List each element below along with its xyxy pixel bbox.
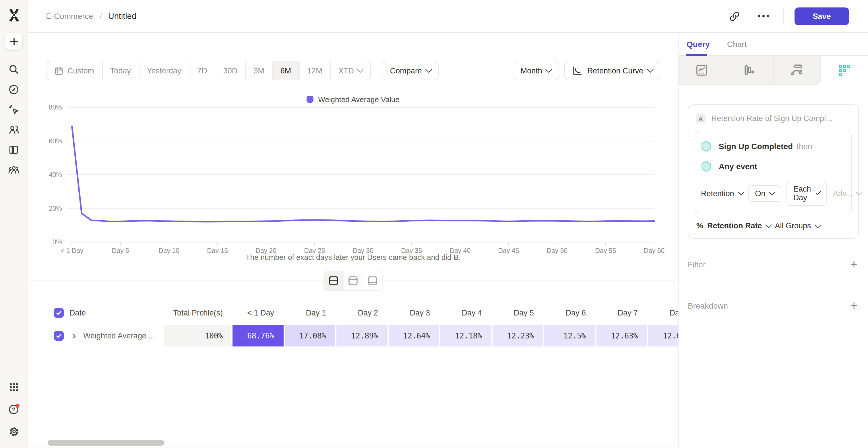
report-type-switcher bbox=[679, 56, 868, 85]
save-button[interactable]: Save bbox=[795, 7, 849, 25]
chart-legend[interactable]: Weighted Average Value bbox=[28, 95, 679, 104]
advanced-dropdown[interactable]: Adv... bbox=[833, 189, 861, 198]
range-30d[interactable]: 30D bbox=[215, 61, 245, 80]
help-icon[interactable]: ? bbox=[5, 400, 23, 418]
tab-chart[interactable]: Chart bbox=[727, 39, 747, 48]
day-column-header[interactable]: Day 8 bbox=[647, 309, 679, 317]
ellipsis-icon bbox=[757, 14, 770, 18]
apps-grid-icon[interactable] bbox=[5, 378, 23, 397]
range-custom[interactable]: Custom bbox=[46, 61, 102, 80]
event-hexagon-icon bbox=[701, 141, 711, 152]
horizontal-scrollbar[interactable] bbox=[48, 440, 164, 446]
retention-line-series[interactable] bbox=[72, 126, 654, 222]
layout-toggle-row bbox=[28, 271, 679, 291]
x-tick-label: < 1 Day bbox=[61, 247, 84, 254]
event-step-a[interactable]: Sign Up Completed then bbox=[701, 138, 846, 155]
chevron-down-icon bbox=[856, 189, 862, 195]
range-6m[interactable]: 6M bbox=[272, 61, 299, 80]
day-column-header[interactable]: Day 7 bbox=[595, 309, 647, 317]
retention-value-cell: 12.89% bbox=[335, 325, 387, 346]
legend-label: Weighted Average Value bbox=[318, 95, 399, 104]
create-new-button[interactable] bbox=[5, 33, 22, 50]
add-filter-button[interactable]: + bbox=[850, 258, 858, 271]
range-12m[interactable]: 12M bbox=[299, 61, 330, 80]
day-column-header[interactable]: Day 2 bbox=[335, 309, 387, 317]
profiles-column-header[interactable]: Total Profile(s) bbox=[164, 309, 231, 317]
event-step-b[interactable]: Any event bbox=[701, 158, 846, 175]
day-column-header[interactable]: Day 4 bbox=[439, 309, 491, 317]
report-type-funnels[interactable] bbox=[726, 56, 774, 85]
range-xtd[interactable]: XTD bbox=[330, 61, 371, 80]
tab-query[interactable]: Query bbox=[687, 39, 710, 48]
granularity-dropdown[interactable]: Month bbox=[513, 61, 559, 80]
more-options-button[interactable] bbox=[755, 12, 772, 20]
mixpanel-logo-icon[interactable] bbox=[6, 7, 22, 23]
breadcrumb-separator: / bbox=[100, 11, 102, 21]
chevron-down-icon bbox=[815, 221, 821, 228]
retention-chart-svg: 0%20%40%60%80%< 1 DayDay 5Day 10Day 15Da… bbox=[28, 105, 679, 255]
search-icon[interactable] bbox=[5, 60, 23, 78]
range-3m[interactable]: 3M bbox=[245, 61, 272, 80]
range-today[interactable]: Today bbox=[102, 61, 138, 80]
range-7d[interactable]: 7D bbox=[189, 61, 215, 80]
cursor-spark-icon[interactable] bbox=[5, 100, 23, 119]
retention-value-cell: 12.63% bbox=[595, 325, 647, 346]
retention-mode-dropdown[interactable]: Retention bbox=[701, 189, 743, 198]
each-day-dropdown[interactable]: Each Day bbox=[786, 181, 827, 206]
date-column-header[interactable]: Date bbox=[69, 309, 86, 317]
people-group-icon[interactable] bbox=[5, 161, 23, 179]
report-type-insights[interactable] bbox=[679, 56, 726, 85]
view-toggle-split[interactable] bbox=[324, 271, 343, 290]
bottom-border bbox=[28, 447, 679, 447]
report-type-flows[interactable] bbox=[774, 56, 821, 85]
metric-dropdown[interactable]: Retention Rate bbox=[707, 221, 771, 230]
query-card: A Retention Rate of Sign Up Compl... Sig… bbox=[688, 104, 859, 239]
breadcrumb-report-title[interactable]: Untitled bbox=[108, 11, 136, 21]
compare-button[interactable]: Compare bbox=[382, 61, 439, 80]
breadcrumb-project[interactable]: E-Commerce bbox=[46, 11, 93, 21]
add-breakdown-button[interactable]: + bbox=[850, 300, 858, 312]
retention-table: Date Total Profile(s) < 1 DayDay 1Day 2D… bbox=[28, 301, 679, 346]
view-toggle-chart-only[interactable] bbox=[343, 271, 363, 290]
retention-value-cell: 68.76% bbox=[231, 325, 283, 346]
range-yesterday[interactable]: Yesterday bbox=[138, 61, 189, 80]
chevron-down-icon bbox=[546, 66, 552, 72]
filter-label: Filter bbox=[688, 260, 706, 269]
compass-icon[interactable] bbox=[5, 80, 23, 99]
day-column-header[interactable]: Day 5 bbox=[491, 309, 543, 317]
copy-link-button[interactable] bbox=[727, 8, 742, 24]
settings-gear-icon[interactable] bbox=[5, 422, 23, 441]
percent-icon: % bbox=[696, 221, 703, 230]
header-divider bbox=[783, 8, 784, 24]
row-checkbox[interactable] bbox=[54, 331, 64, 341]
view-toggle-table-only[interactable] bbox=[363, 271, 382, 290]
x-tick-label: Day 60 bbox=[644, 247, 665, 254]
link-icon bbox=[729, 11, 740, 22]
event-a-name: Sign Up Completed bbox=[719, 142, 793, 151]
then-label: then bbox=[797, 142, 812, 151]
y-tick-label: 0% bbox=[53, 238, 62, 246]
chevron-down-icon bbox=[766, 221, 772, 228]
query-title[interactable]: Retention Rate of Sign Up Compl... bbox=[711, 114, 832, 123]
retention-value-cell: 12.18% bbox=[439, 325, 491, 346]
chevron-down-icon bbox=[358, 66, 364, 72]
x-tick-label: Day 10 bbox=[158, 247, 179, 254]
x-tick-label: Day 45 bbox=[498, 247, 519, 254]
retention-value-cell: 17.08% bbox=[283, 325, 335, 346]
on-dropdown[interactable]: On bbox=[748, 185, 781, 202]
board-icon[interactable] bbox=[5, 141, 23, 159]
query-panel: Query Chart bbox=[678, 33, 868, 448]
users-icon[interactable] bbox=[5, 120, 23, 139]
day-column-header[interactable]: Day 1 bbox=[283, 309, 335, 317]
day-column-header[interactable]: < 1 Day bbox=[231, 309, 283, 317]
chart-type-dropdown[interactable]: Retention Curve bbox=[564, 61, 660, 80]
day-column-header[interactable]: Day 6 bbox=[543, 309, 595, 317]
expand-row-chevron-icon[interactable] bbox=[71, 333, 78, 339]
select-all-checkbox[interactable] bbox=[54, 308, 64, 318]
active-tab-underline bbox=[686, 54, 707, 56]
row-label: Weighted Average ... bbox=[83, 332, 155, 340]
day-column-header[interactable]: Day 3 bbox=[387, 309, 439, 317]
groups-dropdown[interactable]: All Groups bbox=[775, 221, 820, 230]
event-b-name: Any event bbox=[719, 162, 757, 171]
report-type-retention[interactable] bbox=[821, 56, 868, 85]
